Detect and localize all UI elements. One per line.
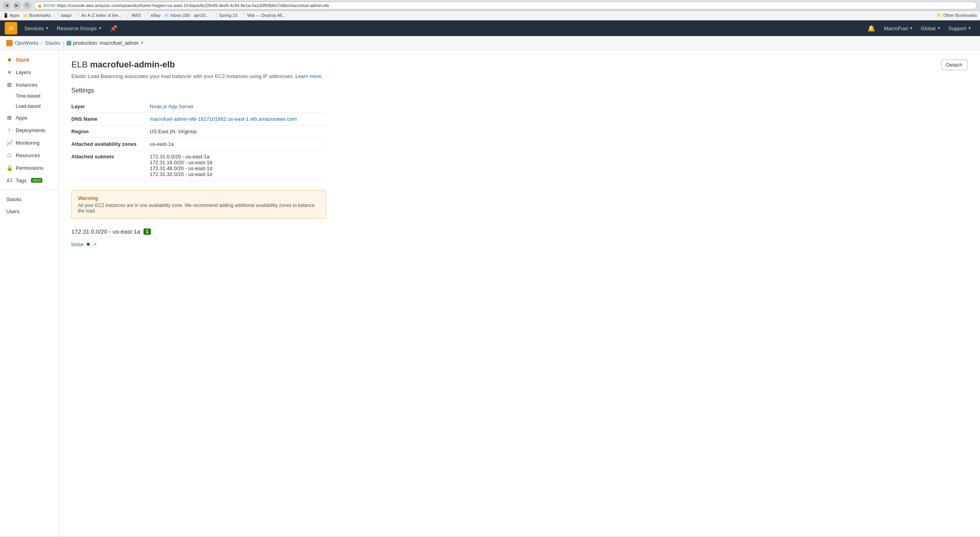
- stack-icon-sidebar: ■: [6, 56, 13, 63]
- subnet-3: 172.31.48.0/20 - us-east-1d: [150, 165, 321, 171]
- layer-label: Layer: [71, 100, 150, 113]
- elb-description: Elastic Load Balancing associates your l…: [71, 73, 967, 79]
- warning-title: Warning: [78, 195, 319, 201]
- bookmark-apps[interactable]: 📱 Apps: [3, 13, 20, 18]
- sidebar-sub-load-based[interactable]: Load-based: [0, 101, 58, 111]
- bookmark-ebay[interactable]: 📄 eBay: [144, 13, 161, 18]
- region-label: Region: [71, 125, 150, 138]
- detach-button[interactable]: Detach: [941, 60, 967, 70]
- sidebar-sub-time-based[interactable]: Time-based: [0, 91, 58, 101]
- deployments-icon: ↑: [6, 127, 13, 133]
- bookmark-wat[interactable]: 📄 Wat — Destroy All...: [241, 13, 286, 18]
- subnet-section-header: 172.31.0.0/20 - us-east-1a 1: [71, 228, 967, 235]
- main-content: ELB macrofuel-admin-elb Detach Elastic L…: [59, 50, 980, 536]
- region-caret: ▼: [937, 26, 941, 30]
- az-label: Attached availability zones: [71, 138, 150, 151]
- resource-groups-caret: ▼: [98, 26, 102, 30]
- sidebar-item-monitoring[interactable]: 📈 Monitoring: [0, 136, 58, 149]
- stack-caret[interactable]: ▼: [140, 41, 144, 45]
- region-menu[interactable]: Global ▼: [917, 20, 945, 36]
- sidebar-item-tags[interactable]: 🏷 Tags NEW: [0, 174, 58, 187]
- sidebar: ■ Stack ≡ Layers ⊞ Instances Time-based …: [0, 50, 59, 536]
- settings-title: Settings: [71, 87, 967, 94]
- bookmark-az-index[interactable]: 📄 An A-Z Index of the...: [75, 13, 122, 18]
- instance-status-dot: [87, 243, 90, 246]
- settings-row-az: Attached availability zones us-east-1a: [71, 138, 326, 151]
- sidebar-bottom-users[interactable]: Users: [0, 205, 58, 218]
- subnets-label: Attached subnets: [71, 151, 150, 181]
- apps-icon: ⊞: [6, 114, 13, 121]
- opsworks-logo: [6, 40, 13, 46]
- stack-icon: [67, 41, 71, 45]
- sidebar-item-layers[interactable]: ≡ Layers: [0, 66, 58, 78]
- user-caret: ▼: [909, 26, 913, 30]
- sidebar-item-deployments[interactable]: ↑ Deployments: [0, 124, 58, 136]
- stacks-link[interactable]: Stacks: [45, 40, 60, 46]
- dns-label: DNS Name: [71, 113, 150, 125]
- layer-value-link[interactable]: Node.js App Server: [150, 103, 194, 109]
- subnet-4: 172.31.32.0/20 - us-east-1e: [150, 171, 321, 177]
- sidebar-item-instances[interactable]: ⊞ Instances: [0, 78, 58, 91]
- sidebar-item-permissions[interactable]: 🔒 Permissions: [0, 161, 58, 174]
- instance-name-link[interactable]: boise: [71, 241, 83, 247]
- sidebar-item-apps[interactable]: ⊞ Apps: [0, 111, 58, 124]
- monitoring-icon: 📈: [6, 140, 13, 146]
- sidebar-item-stack[interactable]: ■ Stack: [0, 53, 58, 66]
- back-button[interactable]: ◀: [3, 2, 10, 9]
- aws-top-nav: W Services ▼ Resource Groups ▼ 📌 🔔 Macro…: [0, 20, 980, 36]
- tags-new-badge: NEW: [31, 178, 42, 183]
- forward-button[interactable]: ▶: [13, 2, 20, 9]
- instance-check-mark: ✓: [93, 241, 98, 247]
- services-menu[interactable]: Services ▼: [20, 20, 53, 36]
- settings-row-dns: DNS Name macrofuel-admin-elb-1617101662.…: [71, 113, 326, 125]
- bookmark-inbox[interactable]: 📧 Inbox (38) - ajm33...: [164, 13, 209, 18]
- sidebar-divider: [0, 190, 58, 190]
- secure-badge: 🔒 Secure: [37, 3, 55, 7]
- subnet-1: 172.31.0.0/20 - us-east-1a: [150, 154, 321, 160]
- subnet-section-title: 172.31.0.0/20 - us-east-1a: [71, 228, 140, 235]
- subnets-values: 172.31.0.0/20 - us-east-1a 172.31.16.0/2…: [150, 151, 326, 181]
- breadcrumb-sep-1: ›: [41, 40, 42, 46]
- services-caret: ▼: [45, 26, 49, 30]
- bookmarks-bar: 📱 Apps ⭐ Bookmarks 📄 daapr 📄 An A-Z Inde…: [0, 11, 980, 20]
- elb-title: ELB macrofuel-admin-elb: [71, 60, 175, 70]
- notifications-bell[interactable]: 🔔: [867, 25, 875, 32]
- settings-row-region: Region US East (N. Virginia): [71, 125, 326, 138]
- bookmark-other[interactable]: 📁 Other Bookmarks: [936, 13, 977, 18]
- permissions-icon: 🔒: [6, 165, 13, 171]
- support-menu[interactable]: Support ▼: [945, 20, 975, 36]
- bookmark-bookmarks[interactable]: ⭐ Bookmarks: [23, 13, 51, 18]
- bookmark-daapr[interactable]: 📄 daapr: [54, 13, 72, 18]
- learn-more-link[interactable]: Learn more.: [295, 73, 323, 79]
- breadcrumb-sep-2: ›: [63, 40, 64, 46]
- az-value: us-east-1a: [150, 138, 326, 151]
- bookmark-aws[interactable]: 📄 AWS: [125, 13, 141, 18]
- warning-text: All your EC2 instances are in one availa…: [78, 203, 319, 214]
- browser-bar: ◀ ▶ ↻ 🔒 Secure https://console.aws.amazo…: [0, 0, 980, 11]
- elb-header: ELB macrofuel-admin-elb Detach: [71, 60, 967, 70]
- layers-icon: ≡: [6, 69, 13, 75]
- instance-row-boise: boise ✓: [71, 239, 967, 249]
- bookmark-spring[interactable]: 📄 Spring 15: [212, 13, 237, 18]
- support-caret: ▼: [968, 26, 971, 30]
- tags-icon: 🏷: [6, 177, 13, 183]
- settings-row-subnets: Attached subnets 172.31.0.0/20 - us-east…: [71, 151, 326, 181]
- resource-groups-menu[interactable]: Resource Groups ▼: [53, 20, 106, 36]
- subnet-2: 172.31.16.0/20 - us-east-1b: [150, 160, 321, 165]
- instances-icon: ⊞: [6, 82, 13, 88]
- current-stack: production: macrofuel_admin: [73, 40, 139, 46]
- settings-row-layer: Layer Node.js App Server: [71, 100, 326, 113]
- region-value: US East (N. Virginia): [150, 125, 326, 138]
- aws-logo: W: [5, 22, 17, 34]
- sidebar-bottom-stacks[interactable]: Stacks: [0, 193, 58, 205]
- pin-icon-nav[interactable]: 📌: [106, 20, 122, 36]
- subnet-instance-count: 1: [143, 229, 151, 235]
- sidebar-item-resources[interactable]: □ Resources: [0, 149, 58, 161]
- dns-value-link[interactable]: macrofuel-admin-elb-1617101662.us-east-1…: [150, 116, 297, 122]
- address-bar[interactable]: 🔒 Secure https://console.aws.amazon.com/…: [34, 2, 977, 9]
- refresh-button[interactable]: ↻: [24, 2, 31, 9]
- opsworks-link[interactable]: OpsWorks: [15, 40, 38, 46]
- user-menu[interactable]: MacroFuel ▼: [880, 20, 917, 36]
- settings-table: Layer Node.js App Server DNS Name macrof…: [71, 100, 326, 181]
- url-text: https://console.aws.amazon.com/opsworks/…: [57, 3, 329, 8]
